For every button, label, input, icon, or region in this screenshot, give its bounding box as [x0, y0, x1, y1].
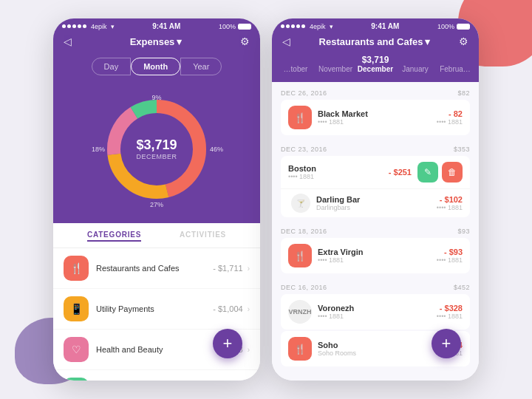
txn-amount: - 82 [437, 109, 463, 118]
month-label: November [318, 65, 352, 73]
fab-button-right[interactable]: + [432, 329, 461, 358]
period-day-button[interactable]: Day [92, 58, 132, 75]
month-january[interactable]: January [396, 65, 434, 75]
month-february[interactable]: Februa… [436, 65, 474, 75]
category-icon-restaurants: 🍴 [64, 256, 89, 281]
txn-name: Voronezh [318, 304, 437, 313]
period-month-button[interactable]: Month [131, 58, 180, 75]
settings-icon-right[interactable]: ⚙ [459, 35, 468, 47]
txn-sub: •••• 1881 [318, 118, 437, 126]
signal-dot [72, 24, 76, 28]
category-amount: - $1,004 [213, 304, 242, 313]
battery-text-right: 100% [437, 23, 454, 30]
signal-dot [301, 24, 305, 28]
settings-icon[interactable]: ⚙ [240, 35, 250, 47]
list-item[interactable]: 📱 Utility Payments - $1,004 › [53, 289, 260, 330]
txn-icon-extravirgin: 🍴 [288, 244, 312, 267]
date-total: $452 [454, 284, 470, 291]
group-sub: •••• 1881 [288, 173, 389, 180]
txn-card: •••• 1881 [437, 313, 463, 320]
month-label: …tober [284, 65, 308, 73]
txn-name: Black Market [318, 109, 437, 118]
status-time: 9:41 AM [152, 22, 180, 30]
signal-dot [83, 24, 86, 28]
pct-bottom-label: 27% [150, 201, 163, 208]
battery-icon-right [457, 24, 470, 30]
date-group-dec18: DEC 18, 2016 $93 🍴 Extra Virgin •••• 188… [272, 220, 479, 276]
txn-card: •••• 1881 [437, 118, 463, 126]
list-item[interactable]: 🍴 Black Market •••• 1881 - 82 •••• 1881 [281, 100, 470, 135]
date-total: $82 [457, 89, 470, 97]
right-phone: 4epik ▾ 9:41 AM 100% ◁ Restaurants and C… [272, 18, 479, 381]
title-arrow-icon-right: ▾ [425, 36, 430, 47]
list-item[interactable]: ▣ Translation fro… - $334 › [53, 370, 260, 381]
date-group-dec26: DEC 26, 2016 $82 🍴 Black Market •••• 188… [272, 82, 479, 138]
signal-dot [62, 24, 66, 28]
month-label: Februa… [440, 65, 471, 73]
status-bar-left: 4epik ▾ 9:41 AM 100% [53, 18, 260, 33]
date-label: DEC 23, 2016 [281, 146, 327, 153]
header-right: ◁ Restaurants and Cafes ▾ ⚙ [272, 33, 479, 55]
signal-dot [291, 24, 295, 28]
header-left: ◁ Expenses ▾ ⚙ [53, 33, 260, 55]
month-scroll: …tober November $3,719 December January … [272, 55, 479, 82]
pct-right-label: 46% [210, 146, 223, 153]
nested-transaction: 🍸 Darling Bar Darlingbars - $102 •••• 18… [281, 188, 470, 217]
period-selector: Day Month Year [53, 55, 260, 84]
txn-name: Soho [318, 341, 437, 349]
month-label: January [402, 65, 429, 73]
pct-top-label: 9% [151, 94, 161, 101]
txn-card: •••• 1881 [437, 256, 463, 264]
status-bar-right: 4epik ▾ 9:41 AM 100% [272, 18, 479, 33]
status-time-right: 9:41 AM [371, 22, 399, 30]
signal-dot [296, 24, 300, 28]
list-item[interactable]: VRNZH Voronezh •••• 1881 - $328 •••• 188… [281, 294, 470, 330]
delete-button[interactable]: 🗑 [442, 162, 463, 183]
date-total: $353 [454, 146, 470, 153]
txn-icon-blackmarket: 🍴 [288, 106, 312, 129]
category-amount: - $1,711 [213, 264, 242, 273]
donut-chart-area: $3,719 DECEMBER 9% 46% 27% 18% [53, 84, 260, 223]
carrier-name: 4epik [91, 23, 107, 30]
list-item[interactable]: 🍴 Extra Virgin •••• 1881 - $93 •••• 1881 [281, 238, 470, 273]
pct-left-label: 18% [92, 146, 105, 153]
period-year-button[interactable]: Year [180, 58, 222, 75]
list-item[interactable]: Boston •••• 1881 - $251 ✎ 🗑 🍸 Darling Ba… [281, 156, 470, 217]
edit-button[interactable]: ✎ [417, 162, 438, 183]
date-group-dec23: DEC 23, 2016 $353 Boston •••• 1881 - $25… [272, 138, 479, 220]
tab-categories[interactable]: CATEGORIES [87, 231, 141, 242]
category-name: Health and Beauty [96, 345, 219, 354]
group-amount: - $251 [389, 168, 412, 177]
title-arrow-icon: ▾ [177, 36, 182, 47]
signal-dot [281, 24, 284, 28]
txn-sub: Soho Rooms [318, 349, 437, 357]
signal-dot [78, 24, 81, 28]
category-icon-utility: 📱 [64, 296, 89, 321]
carrier-name-right: 4epik [310, 23, 326, 30]
categories-list: 🍴 Restaurants and Cafes - $1,711 › 📱 Uti… [53, 248, 260, 381]
category-name: Utility Payments [96, 304, 213, 313]
month-october[interactable]: …tober [276, 65, 315, 75]
wifi-icon: ▾ [111, 23, 115, 30]
txn-amount: - $102 [437, 195, 463, 204]
category-name: Restaurants and Cafes [96, 264, 213, 273]
txn-amount: - $93 [437, 248, 463, 256]
date-label: DEC 26, 2016 [281, 89, 327, 97]
chevron-right-icon: › [248, 305, 250, 313]
back-button-right[interactable]: ◁ [282, 35, 290, 47]
back-button[interactable]: ◁ [64, 35, 72, 47]
txn-sub: •••• 1881 [318, 256, 437, 264]
date-label: DEC 16, 2016 [281, 284, 327, 291]
nested-icon-darlingbar: 🍸 [291, 194, 310, 213]
tab-activities[interactable]: ACTIVITIES [180, 231, 226, 242]
donut-amount: $3,719 [136, 138, 177, 153]
chevron-right-icon: › [248, 265, 250, 273]
txn-card: •••• 1881 [437, 204, 463, 211]
txn-sub: •••• 1881 [318, 313, 437, 320]
month-november[interactable]: November [316, 65, 355, 75]
fab-button[interactable]: + [213, 329, 242, 358]
list-item[interactable]: 🍴 Restaurants and Cafes - $1,711 › [53, 248, 260, 289]
txn-icon-voronezh: VRNZH [288, 300, 312, 324]
donut-period-label: DECEMBER [136, 153, 177, 160]
month-december[interactable]: $3,719 December [356, 55, 395, 75]
